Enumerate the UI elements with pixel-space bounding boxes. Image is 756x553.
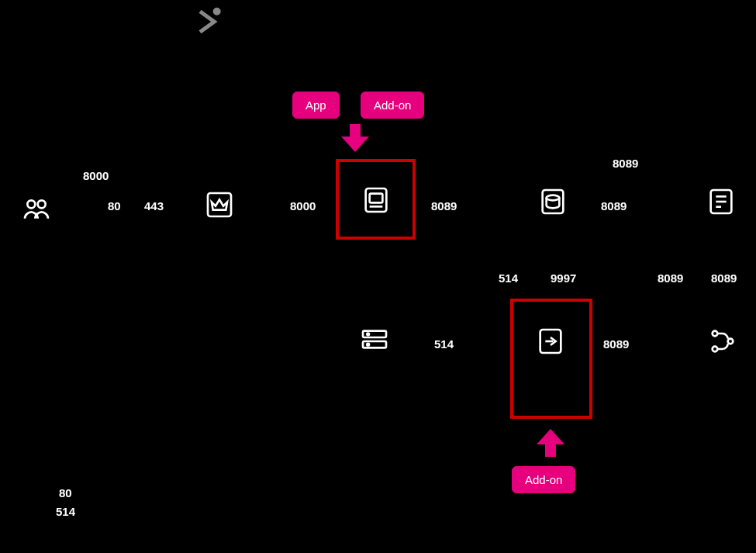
svg-rect-5 [370,194,383,203]
port-label: 8000 [83,169,109,182]
branch-icon [707,326,738,357]
port-label: 8089 [711,271,737,285]
port-label: 514 [56,505,75,518]
arrow-down-icon [341,124,369,155]
svg-point-18 [713,331,718,337]
chevron-icon [192,6,223,37]
book-app-icon [361,185,392,216]
port-label: 443 [144,199,164,213]
crown-icon [204,189,235,220]
svg-point-19 [713,347,718,352]
arrow-up-icon [537,429,564,460]
svg-point-1 [27,200,35,208]
port-label: 514 [499,271,518,285]
highlight-box-bottom [510,299,592,419]
book-list-icon [706,186,737,217]
book-arrow-icon [535,326,566,357]
port-label: 8089 [601,199,627,213]
svg-point-15 [367,334,369,336]
port-label: 8089 [613,157,638,170]
svg-point-2 [38,200,46,208]
port-label: 80 [108,199,121,213]
tag-addon-top: Add-on [361,92,424,119]
port-label: 8089 [431,199,457,213]
port-label: 8089 [658,271,683,285]
users-icon [21,194,52,225]
port-label: 8089 [603,337,629,351]
server-stack-icon [359,326,390,357]
svg-point-20 [728,339,734,344]
tag-app: App [292,92,340,119]
svg-point-0 [215,9,219,13]
port-label: 8000 [290,199,316,213]
tag-addon-bottom: Add-on [512,466,575,493]
port-label: 9997 [551,271,576,285]
svg-point-8 [547,195,560,201]
database-box-icon [537,186,568,217]
port-label: 514 [434,337,454,351]
port-label: 80 [59,486,72,499]
svg-point-16 [367,344,369,346]
